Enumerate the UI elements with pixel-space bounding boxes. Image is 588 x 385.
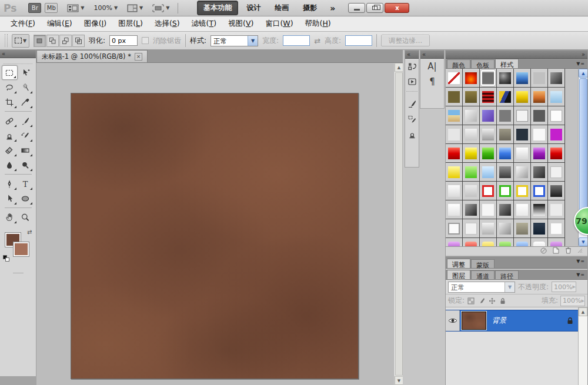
style-swatch[interactable] <box>463 238 480 246</box>
style-swatch[interactable] <box>463 144 480 163</box>
document-close-icon[interactable]: × <box>135 53 142 61</box>
fill-value-box[interactable]: 100% ▶ <box>560 296 585 306</box>
style-swatch[interactable] <box>480 106 497 125</box>
style-swatch[interactable] <box>446 238 463 246</box>
style-swatch[interactable] <box>497 219 514 238</box>
style-swatch[interactable] <box>497 163 514 182</box>
workspace-overflow-button[interactable]: » <box>326 4 339 13</box>
style-swatch[interactable] <box>480 69 497 88</box>
style-swatch[interactable] <box>514 69 531 88</box>
bridge-button[interactable]: Br <box>28 3 41 13</box>
style-swatch[interactable] <box>514 200 531 219</box>
menu-item-help[interactable]: 帮助(H) <box>299 16 337 31</box>
style-swatch[interactable] <box>480 200 497 219</box>
strip-b-header[interactable]: « <box>420 51 444 59</box>
style-swatch[interactable] <box>514 125 531 144</box>
style-swatch[interactable] <box>446 88 463 106</box>
style-swatch[interactable] <box>531 238 548 246</box>
style-swatch[interactable] <box>548 200 565 219</box>
style-swatch[interactable] <box>514 219 531 238</box>
menu-item-view[interactable]: 视图(V) <box>222 16 259 31</box>
panel-menu-icon[interactable]: ▼≡ <box>576 61 585 66</box>
style-swatch[interactable] <box>446 163 463 182</box>
style-swatch[interactable] <box>531 163 548 182</box>
crop-tool[interactable] <box>2 95 18 109</box>
style-swatch[interactable] <box>514 182 531 200</box>
style-swatch[interactable] <box>480 182 497 200</box>
new-style-icon[interactable] <box>553 247 559 255</box>
styles-tab-styles[interactable]: 样式 <box>495 59 519 68</box>
actions-panel-button[interactable] <box>405 74 419 89</box>
arrange-documents-group[interactable]: ▼ <box>127 4 143 12</box>
style-swatch[interactable] <box>497 106 514 125</box>
layer-row[interactable]: 背景 <box>446 310 578 332</box>
scroll-up-icon[interactable]: ▲ <box>579 69 587 78</box>
styles-tab-color[interactable]: 颜色 <box>447 59 470 68</box>
style-swatch[interactable] <box>446 182 463 200</box>
close-button[interactable]: x <box>385 3 409 13</box>
layer-visibility-toggle[interactable] <box>446 310 460 331</box>
spot-healing-brush-tool[interactable] <box>2 113 18 128</box>
style-swatch[interactable] <box>446 125 463 144</box>
style-swatch[interactable] <box>463 125 480 144</box>
strip-a-header[interactable]: « <box>405 51 419 59</box>
height-input[interactable] <box>345 35 372 46</box>
style-swatch[interactable] <box>548 182 565 200</box>
resize-grip-icon[interactable] <box>577 248 583 255</box>
strip-grip[interactable] <box>406 91 417 95</box>
layers-tab-paths[interactable]: 路径 <box>495 270 519 279</box>
menu-item-file[interactable]: 文件(F) <box>5 16 41 31</box>
panel-menu-icon[interactable]: ▼≡ <box>576 272 585 277</box>
toolbox-header[interactable]: « <box>0 50 36 58</box>
style-swatch[interactable] <box>531 182 548 200</box>
scroll-up-icon[interactable]: ▲ <box>579 307 587 316</box>
view-extras-group[interactable]: ▼ <box>67 4 84 12</box>
style-swatch[interactable] <box>548 144 565 163</box>
scrollbar-thumb[interactable] <box>579 78 587 213</box>
style-swatch[interactable] <box>514 144 531 163</box>
menu-item-layer[interactable]: 图层(L) <box>112 16 149 31</box>
style-swatch[interactable] <box>548 88 565 106</box>
menu-item-window[interactable]: 窗口(W) <box>259 16 299 31</box>
style-swatch[interactable] <box>446 106 463 125</box>
style-swatch[interactable] <box>446 219 463 238</box>
canvas[interactable] <box>71 93 359 379</box>
subtract-from-selection-button[interactable] <box>59 35 72 47</box>
style-swatch[interactable] <box>463 106 480 125</box>
style-swatch[interactable] <box>531 219 548 238</box>
menu-item-image[interactable]: 图像(I) <box>78 16 112 31</box>
style-swatch[interactable] <box>463 69 480 88</box>
menu-item-filter[interactable]: 滤镜(T) <box>186 16 222 31</box>
paragraph-panel-button[interactable]: ¶ <box>420 74 444 89</box>
style-swatch[interactable] <box>531 106 548 125</box>
swap-colors-icon[interactable]: ⇄ <box>27 229 32 235</box>
style-swatch[interactable] <box>497 238 514 246</box>
panel-group-header[interactable]: » <box>446 51 587 59</box>
minibridge-button[interactable]: Mb <box>45 3 58 13</box>
blur-tool[interactable] <box>2 158 18 172</box>
lock-transparency-icon[interactable] <box>467 297 475 305</box>
styles-tab-swatches[interactable]: 色板 <box>471 59 495 68</box>
gradient-tool[interactable] <box>18 143 34 158</box>
layers-tab-channels[interactable]: 通道 <box>471 270 495 279</box>
layers-tab-layers[interactable]: 图层 <box>447 270 470 279</box>
path-selection-tool[interactable] <box>2 191 18 206</box>
style-swatch[interactable] <box>548 163 565 182</box>
scrollbar-thumb[interactable] <box>395 72 403 376</box>
hand-tool[interactable] <box>2 210 18 225</box>
style-swatch[interactable] <box>480 219 497 238</box>
workspace-design[interactable]: 设计 <box>240 1 266 15</box>
style-swatch[interactable] <box>480 125 497 144</box>
style-swatch[interactable] <box>463 219 480 238</box>
style-swatch[interactable] <box>480 144 497 163</box>
style-swatch[interactable] <box>514 106 531 125</box>
style-swatch[interactable] <box>446 200 463 219</box>
style-swatch[interactable] <box>497 182 514 200</box>
eyedropper-tool[interactable] <box>18 95 34 109</box>
scroll-down-icon[interactable]: ▼ <box>395 376 403 385</box>
document-tab[interactable]: 未标题-1 @ 100%(RGB/8) * × <box>36 50 148 62</box>
style-swatch[interactable] <box>480 88 497 106</box>
style-swatch[interactable] <box>446 69 463 88</box>
style-swatch[interactable] <box>480 238 497 246</box>
adjustments-tab-masks[interactable]: 蒙版 <box>471 259 495 268</box>
